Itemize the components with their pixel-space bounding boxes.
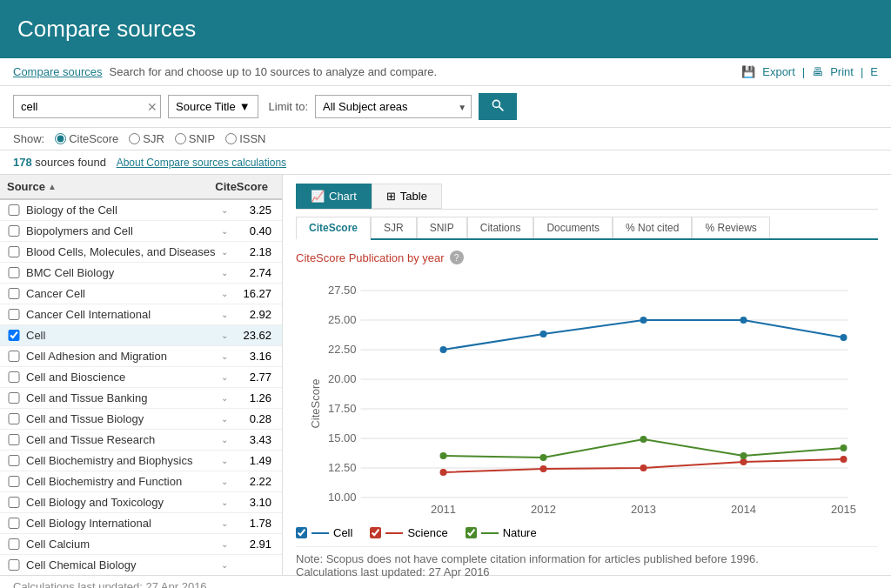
row-checkbox[interactable] (7, 330, 21, 341)
table-row[interactable]: Cancer Cell ⌄ 16.27 (0, 284, 282, 304)
row-expand-arrow[interactable]: ⌄ (221, 205, 228, 215)
table-row[interactable]: Biopolymers and Cell ⌄ 0.40 (0, 221, 282, 242)
table-row[interactable]: Cell Calcium ⌄ 2.91 (0, 534, 282, 555)
chart-note: Note: Scopus does not have complete cita… (296, 546, 878, 578)
table-row[interactable]: Cell and Tissue Research ⌄ 3.43 (0, 430, 282, 451)
row-source-name: Cell Biochemistry and Biophysics (26, 454, 221, 467)
row-checkbox[interactable] (7, 371, 21, 383)
legend-science-check[interactable] (370, 527, 381, 538)
row-checkbox[interactable] (7, 309, 21, 320)
row-checkbox[interactable] (7, 246, 21, 257)
table-row[interactable]: Cell and Tissue Banking ⌄ 1.26 (0, 388, 282, 409)
show-citescore[interactable]: CiteScore (55, 132, 118, 145)
row-checkbox[interactable] (7, 351, 21, 362)
row-checkbox[interactable] (7, 392, 21, 404)
table-row[interactable]: Cell Adhesion and Migration ⌄ 3.16 (0, 346, 282, 367)
row-checkbox[interactable] (7, 204, 21, 216)
toolbar-description: Search for and choose up to 10 sources t… (110, 65, 438, 78)
row-checkbox[interactable] (7, 225, 21, 237)
row-checkbox[interactable] (7, 476, 21, 487)
show-sjr[interactable]: SJR (129, 132, 164, 145)
tab-citescore[interactable]: CiteScore (296, 217, 371, 240)
svg-text:17.50: 17.50 (328, 402, 357, 415)
row-expand-arrow[interactable]: ⌄ (221, 247, 228, 257)
row-expand-arrow[interactable]: ⌄ (221, 477, 228, 486)
row-expand-arrow[interactable]: ⌄ (221, 414, 228, 424)
tab-reviews[interactable]: % Reviews (692, 217, 769, 238)
row-source-name: Cell and Tissue Biology (26, 412, 221, 425)
show-snip[interactable]: SNIP (175, 132, 215, 145)
nature-point (841, 444, 847, 451)
tab-chart[interactable]: 📈 Chart (296, 184, 372, 209)
row-checkbox[interactable] (7, 288, 21, 299)
table-row[interactable]: Cell Biochemistry and Biophysics ⌄ 1.49 (0, 451, 282, 471)
source-title-button[interactable]: Source Title ▼ (168, 95, 258, 118)
table-row[interactable]: Cell Biology and Toxicology ⌄ 3.10 (0, 492, 282, 513)
row-citescore-value: 3.10 (231, 496, 275, 509)
row-checkbox[interactable] (7, 559, 21, 571)
science-point (540, 465, 547, 472)
table-row[interactable]: Cancer Cell International ⌄ 2.92 (0, 304, 282, 325)
row-expand-arrow[interactable]: ⌄ (221, 226, 228, 236)
export-link[interactable]: Export (762, 65, 795, 78)
row-expand-arrow[interactable]: ⌄ (221, 539, 228, 549)
svg-text:15.00: 15.00 (328, 431, 357, 444)
email-link[interactable]: E (870, 65, 878, 78)
row-expand-arrow[interactable]: ⌄ (221, 351, 228, 361)
table-row[interactable]: Blood Cells, Molecules, and Diseases ⌄ 2… (0, 242, 282, 263)
table-row[interactable]: Cell Biochemistry and Function ⌄ 2.22 (0, 471, 282, 492)
sort-arrow[interactable]: ▲ (48, 182, 57, 191)
row-checkbox[interactable] (7, 518, 21, 529)
row-checkbox[interactable] (7, 538, 21, 550)
row-expand-arrow[interactable]: ⌄ (221, 310, 228, 319)
svg-text:2012: 2012 (531, 503, 556, 516)
chart-svg: 27.50 25.00 22.50 20.00 17.50 15.00 12.5… (296, 273, 878, 517)
table-row[interactable]: Cell and Tissue Biology ⌄ 0.28 (0, 409, 282, 430)
col-source: Source (7, 180, 45, 193)
calc-link[interactable]: About Compare sources calculations (117, 157, 286, 169)
table-row[interactable]: Cell ⌄ 23.62 (0, 325, 282, 346)
row-expand-arrow[interactable]: ⌄ (221, 518, 228, 528)
subject-select[interactable]: All Subject areas (315, 95, 472, 118)
table-row[interactable]: BMC Cell Biology ⌄ 2.74 (0, 263, 282, 284)
row-expand-arrow[interactable]: ⌄ (221, 331, 228, 340)
tab-sjr[interactable]: SJR (371, 217, 417, 238)
row-expand-arrow[interactable]: ⌄ (221, 435, 228, 444)
tab-not-cited[interactable]: % Not cited (613, 217, 692, 238)
tab-citations[interactable]: Citations (467, 217, 534, 238)
row-expand-arrow[interactable]: ⌄ (221, 289, 228, 298)
row-expand-arrow[interactable]: ⌄ (221, 393, 228, 403)
legend-cell-check[interactable] (296, 527, 307, 538)
table-row[interactable]: Biology of the Cell ⌄ 3.25 (0, 200, 282, 221)
table-row[interactable]: Cell Chemical Biology ⌄ (0, 555, 282, 575)
clear-button[interactable]: ✕ (147, 100, 157, 114)
table-row[interactable]: Cell and Bioscience ⌄ 2.77 (0, 367, 282, 388)
col-citescore: CiteScore (214, 180, 275, 193)
row-expand-arrow[interactable]: ⌄ (221, 560, 228, 570)
legend-science: Science (370, 526, 447, 539)
row-checkbox[interactable] (7, 434, 21, 445)
row-checkbox[interactable] (7, 497, 21, 508)
row-expand-arrow[interactable]: ⌄ (221, 498, 228, 507)
help-icon[interactable]: ? (450, 251, 464, 264)
row-citescore-value: 1.49 (231, 454, 275, 467)
search-button[interactable] (479, 93, 517, 120)
search-input[interactable] (13, 95, 161, 118)
tab-table[interactable]: ⊞ Table (372, 184, 442, 209)
row-source-name: Biology of the Cell (26, 204, 221, 217)
legend-nature-check[interactable] (466, 527, 477, 538)
row-expand-arrow[interactable]: ⌄ (221, 268, 228, 277)
breadcrumb-link[interactable]: Compare sources (13, 65, 103, 78)
row-checkbox[interactable] (7, 413, 21, 424)
row-checkbox[interactable] (7, 267, 21, 278)
row-expand-arrow[interactable]: ⌄ (221, 372, 228, 382)
table-row[interactable]: Cell Biology International ⌄ 1.78 (0, 513, 282, 534)
show-issn[interactable]: ISSN (225, 132, 265, 145)
tab-documents[interactable]: Documents (533, 217, 613, 238)
table-body: Biology of the Cell ⌄ 3.25 Biopolymers a… (0, 200, 282, 575)
print-link[interactable]: Print (830, 65, 854, 78)
chart-area: 27.50 25.00 22.50 20.00 17.50 15.00 12.5… (296, 273, 878, 519)
row-checkbox[interactable] (7, 455, 21, 466)
tab-snip[interactable]: SNIP (417, 217, 467, 238)
row-expand-arrow[interactable]: ⌄ (221, 456, 228, 465)
